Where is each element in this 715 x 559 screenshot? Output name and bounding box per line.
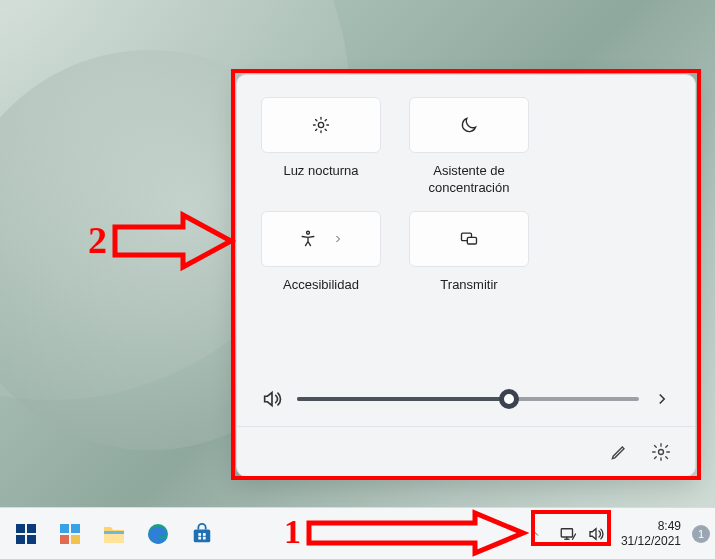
slider-track-fill	[297, 397, 509, 401]
tile-label: Luz nocturna	[283, 163, 358, 180]
panel-footer	[237, 426, 695, 476]
svg-rect-21	[561, 528, 572, 536]
clock-time: 8:49	[621, 519, 681, 534]
svg-line-5	[316, 120, 317, 121]
tile-night-light: Luz nocturna	[261, 97, 381, 197]
volume-tray-icon	[587, 525, 605, 543]
annotation-arrow-2	[113, 213, 233, 273]
widgets-button[interactable]	[50, 514, 90, 554]
svg-point-12	[659, 449, 664, 454]
chevron-right-icon	[332, 233, 344, 245]
quick-settings-panel: Luz nocturna Asistente de concentración …	[236, 74, 696, 477]
svg-line-6	[325, 129, 326, 130]
tile-cast: Transmitir	[409, 211, 529, 294]
svg-rect-11	[467, 237, 476, 244]
tile-label: Transmitir	[440, 277, 497, 294]
system-tray[interactable]	[549, 508, 615, 559]
tile-accessibility: Accesibilidad	[261, 211, 381, 294]
annotation-label-1: 1	[284, 513, 301, 551]
volume-slider[interactable]	[297, 389, 639, 409]
brightness-icon	[311, 115, 331, 135]
taskbar-left	[0, 514, 222, 554]
speaker-icon[interactable]	[261, 388, 283, 410]
accessibility-button[interactable]	[261, 211, 381, 267]
svg-rect-20	[203, 536, 206, 539]
file-explorer-button[interactable]	[94, 514, 134, 554]
svg-rect-14	[104, 531, 124, 534]
start-button[interactable]	[6, 514, 46, 554]
store-icon	[191, 523, 213, 545]
chevron-right-icon[interactable]	[653, 390, 671, 408]
annotation-label-2: 2	[88, 218, 107, 262]
night-light-button[interactable]	[261, 97, 381, 153]
svg-rect-17	[198, 533, 201, 536]
notification-badge: 1	[692, 525, 710, 543]
moon-icon	[459, 115, 479, 135]
chevron-up-icon	[529, 528, 541, 540]
svg-line-7	[316, 129, 317, 130]
taskbar-right: 8:49 31/12/2021 1	[521, 508, 715, 559]
svg-rect-16	[194, 529, 211, 542]
slider-thumb[interactable]	[499, 389, 519, 409]
svg-point-0	[318, 122, 323, 127]
store-button[interactable]	[182, 514, 222, 554]
pencil-icon[interactable]	[609, 442, 629, 462]
svg-point-9	[307, 231, 310, 234]
folder-icon	[102, 523, 126, 545]
gear-icon[interactable]	[651, 442, 671, 462]
accessibility-icon	[298, 229, 318, 249]
notification-center-button[interactable]: 1	[687, 525, 715, 543]
cast-button[interactable]	[409, 211, 529, 267]
annotation-arrow-1	[307, 511, 527, 559]
edge-button[interactable]	[138, 514, 178, 554]
network-icon	[559, 525, 577, 543]
focus-assist-button[interactable]	[409, 97, 529, 153]
tile-label: Asistente de concentración	[409, 163, 529, 197]
tile-label: Accesibilidad	[283, 277, 359, 294]
svg-rect-19	[198, 536, 201, 539]
quick-settings-tiles: Luz nocturna Asistente de concentración …	[261, 97, 671, 294]
volume-row	[261, 374, 671, 426]
svg-rect-18	[203, 533, 206, 536]
svg-line-8	[325, 120, 326, 121]
tile-focus-assist: Asistente de concentración	[409, 97, 529, 197]
clock-date: 31/12/2021	[621, 534, 681, 549]
taskbar-clock[interactable]: 8:49 31/12/2021	[615, 519, 687, 549]
cast-icon	[459, 229, 479, 249]
edge-icon	[146, 522, 170, 546]
